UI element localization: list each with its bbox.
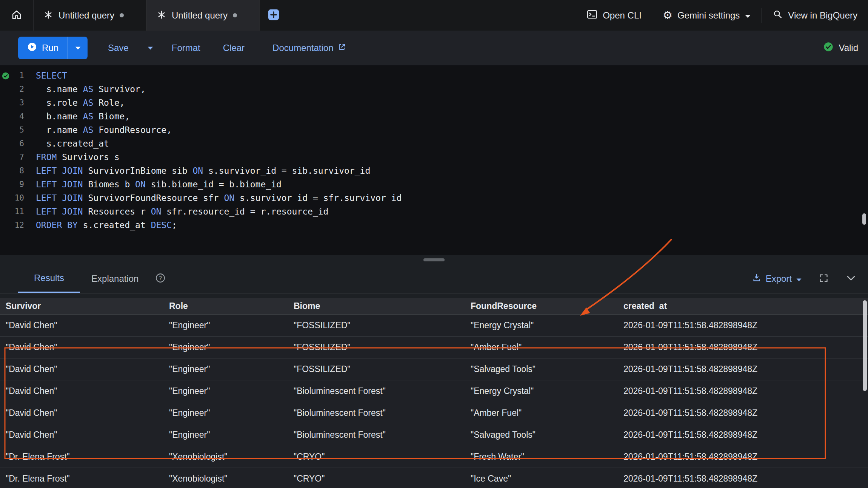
run-options-caret[interactable]: [68, 37, 88, 59]
table-cell: "Bioluminescent Forest": [294, 430, 471, 440]
table-cell: "David Chen": [6, 364, 169, 374]
table-row: "David Chen""Engineer""Bioluminescent Fo…: [0, 402, 868, 424]
code-text[interactable]: b.name AS Biome,: [36, 110, 130, 123]
table-cell: "Bioluminescent Forest": [294, 386, 471, 396]
tab-results[interactable]: Results: [18, 264, 80, 293]
editor-scrollbar[interactable]: [862, 213, 866, 225]
save-button[interactable]: Save: [108, 43, 129, 53]
table-cell: "Xenobiologist": [169, 474, 294, 484]
unsaved-dot-icon: [120, 13, 124, 17]
table-cell: "Amber Fuel": [471, 342, 623, 352]
code-line[interactable]: 6 s.created_at: [0, 137, 868, 150]
fullscreen-button[interactable]: [819, 273, 829, 285]
view-in-bigquery-label: View in BigQuery: [788, 10, 857, 21]
add-tab-icon: [267, 8, 280, 23]
table-cell: 2026-01-09T11:51:58.482898948Z: [623, 320, 868, 330]
code-line[interactable]: 7FROM Survivors s: [0, 150, 868, 164]
tab-explanation-label: Explanation: [91, 273, 139, 284]
open-cli-button[interactable]: Open CLI: [576, 9, 652, 22]
chevron-down-icon: [845, 272, 857, 285]
splitter-drag-handle[interactable]: [423, 258, 445, 261]
add-tab-button[interactable]: [267, 9, 280, 22]
table-cell: "CRYO": [294, 452, 471, 462]
code-line[interactable]: 1SELECT: [0, 69, 868, 82]
open-cli-label: Open CLI: [603, 10, 642, 21]
panel-splitter: [0, 255, 868, 264]
clear-button[interactable]: Clear: [223, 43, 245, 53]
code-text[interactable]: LEFT JOIN SurvivorInBiome sib ON s.survi…: [36, 164, 370, 178]
format-button[interactable]: Format: [172, 43, 200, 53]
code-line[interactable]: 9LEFT JOIN Biomes b ON sib.biome_id = b.…: [0, 178, 868, 191]
code-text[interactable]: ORDER BY s.created_at DESC;: [36, 218, 177, 232]
run-button[interactable]: Run: [18, 37, 68, 59]
code-line[interactable]: 4 b.name AS Biome,: [0, 110, 868, 123]
table-cell: "CRYO": [294, 474, 471, 484]
chevron-down-icon: [745, 10, 751, 21]
home-button[interactable]: [0, 0, 33, 31]
code-line[interactable]: 11LEFT JOIN Resources r ON sfr.resource_…: [0, 205, 868, 218]
table-cell: "David Chen": [6, 386, 169, 396]
line-valid-check-icon: [2, 72, 10, 80]
gemini-settings-button[interactable]: ⚙ Gemini settings: [652, 10, 762, 21]
table-row: "David Chen""Engineer""FOSSILIZED""Energ…: [0, 315, 868, 337]
code-text[interactable]: LEFT JOIN Biomes b ON sib.biome_id = b.b…: [36, 178, 282, 191]
documentation-link[interactable]: Documentation: [272, 42, 346, 54]
table-cell: "Dr. Elena Frost": [6, 474, 169, 484]
external-link-icon: [337, 42, 346, 54]
code-line[interactable]: 12ORDER BY s.created_at DESC;: [0, 218, 868, 232]
view-in-bigquery-button[interactable]: View in BigQuery: [762, 9, 868, 22]
table-cell: "Engineer": [169, 386, 294, 396]
download-icon: [752, 273, 762, 285]
tab-explanation[interactable]: Explanation: [80, 264, 150, 293]
run-split-button: Run: [18, 37, 88, 59]
tab-title: Untitled query: [58, 10, 114, 21]
table-cell: "Ice Cave": [471, 474, 623, 484]
query-tab-1[interactable]: Untitled query: [33, 0, 146, 31]
query-icon: [43, 10, 53, 21]
code-text[interactable]: LEFT JOIN Resources r ON sfr.resource_id…: [36, 205, 328, 218]
code-line[interactable]: 8LEFT JOIN SurvivorInBiome sib ON s.surv…: [0, 164, 868, 178]
sql-editor[interactable]: 1SELECT2 s.name AS Survivor,3 s.role AS …: [0, 65, 868, 255]
code-text[interactable]: r.name AS FoundResource,: [36, 123, 172, 137]
code-text[interactable]: s.name AS Survivor,: [36, 82, 146, 96]
line-number: 2: [0, 82, 24, 96]
run-play-icon: [27, 42, 37, 54]
collapse-panel-button[interactable]: [845, 272, 857, 285]
table-cell: "David Chen": [6, 320, 169, 330]
column-header-created_at: created_at: [623, 301, 868, 311]
code-text[interactable]: LEFT JOIN SurvivorFoundResource sfr ON s…: [36, 191, 402, 205]
results-scrollbar[interactable]: [863, 300, 867, 391]
table-cell: "Engineer": [169, 408, 294, 418]
export-button[interactable]: Export: [752, 273, 802, 285]
table-row: "David Chen""Engineer""FOSSILIZED""Amber…: [0, 337, 868, 358]
table-cell: "Engineer": [169, 320, 294, 330]
code-text[interactable]: FROM Survivors s: [36, 150, 120, 164]
save-options-caret[interactable]: [147, 46, 154, 50]
save-divider: [138, 42, 138, 54]
code-line[interactable]: 2 s.name AS Survivor,: [0, 82, 868, 96]
code-text[interactable]: s.created_at: [36, 137, 109, 150]
column-header-survivor: Survivor: [6, 301, 169, 311]
fullscreen-icon: [819, 273, 829, 285]
help-button[interactable]: ?: [155, 273, 166, 285]
run-label: Run: [42, 43, 58, 53]
table-cell: 2026-01-09T11:51:58.482898948Z: [623, 408, 868, 418]
table-cell: "David Chen": [6, 430, 169, 440]
table-cell: "David Chen": [6, 342, 169, 352]
code-text[interactable]: SELECT: [36, 69, 67, 82]
code-text[interactable]: s.role AS Role,: [36, 96, 125, 110]
code-line[interactable]: 10LEFT JOIN SurvivorFoundResource sfr ON…: [0, 191, 868, 205]
code-line[interactable]: 5 r.name AS FoundResource,: [0, 123, 868, 137]
query-status: Valid: [823, 42, 858, 54]
table-cell: 2026-01-09T11:51:58.482898948Z: [623, 342, 868, 352]
results-spacer: [0, 293, 868, 298]
table-cell: "Dr. Elena Frost": [6, 452, 169, 462]
query-tab-2[interactable]: Untitled query: [146, 0, 260, 31]
table-cell: 2026-01-09T11:51:58.482898948Z: [623, 364, 868, 374]
table-row: "Dr. Elena Frost""Xenobiologist""CRYO""F…: [0, 446, 868, 468]
gemini-settings-icon: ⚙: [663, 10, 673, 21]
tab-results-label: Results: [34, 273, 64, 283]
code-line[interactable]: 3 s.role AS Role,: [0, 96, 868, 110]
table-cell: "Engineer": [169, 342, 294, 352]
line-number: 5: [0, 123, 24, 137]
